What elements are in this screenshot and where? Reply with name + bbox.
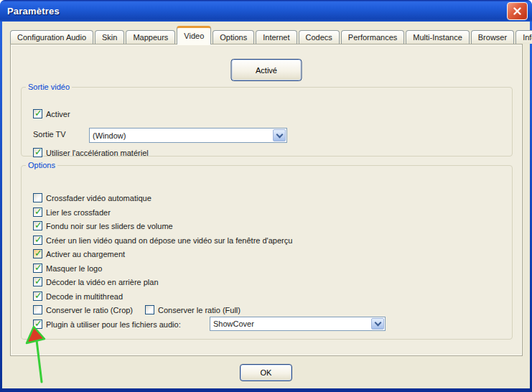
options-groupbox: Options Crossfader vidéo automatique Lie… xyxy=(21,161,513,340)
activer-checkbox[interactable] xyxy=(33,109,42,118)
dialog-body: Configuration Audio Skin Mappeurs Video … xyxy=(2,22,530,388)
ratio-crop-checkbox[interactable] xyxy=(33,305,42,314)
lien-video-row: Créer un lien vidéo quand on dépose une … xyxy=(33,235,505,246)
lier-crossfader-row: Lier les crossfader xyxy=(33,207,505,218)
lier-crossfader-checkbox[interactable] xyxy=(33,207,42,217)
lien-video-checkbox[interactable] xyxy=(33,235,42,245)
fondu-noir-label[interactable]: Fondu noir sur les sliders de volume xyxy=(46,222,173,230)
plugin-audio-selected-value: ShowCover xyxy=(213,319,254,328)
multithread-row: Decode in multithread xyxy=(33,291,505,302)
lier-crossfader-label[interactable]: Lier les crossfader xyxy=(46,208,111,217)
options-group-title: Options xyxy=(26,161,57,169)
lien-video-label[interactable]: Créer un lien vidéo quand on dépose une … xyxy=(46,236,292,245)
ratio-full-checkbox[interactable] xyxy=(145,305,154,314)
sortie-tv-selected-value: (Window) xyxy=(93,131,126,140)
ratio-full-label[interactable]: Conserver le ratio (Full) xyxy=(158,306,241,314)
acceleration-materiel-label[interactable]: Utiliser l'accélération matériel xyxy=(46,149,149,157)
tab-browser[interactable]: Browser xyxy=(471,30,514,44)
ratio-row: Conserver le ratio (Crop) Conserver le r… xyxy=(33,304,505,315)
tab-video[interactable]: Video xyxy=(177,26,211,45)
tab-performances[interactable]: Performances xyxy=(341,30,404,44)
decoder-arriere-plan-label[interactable]: Décoder la vidéo en arrière plan xyxy=(46,278,159,286)
tab-internet[interactable]: Internet xyxy=(256,30,297,44)
ratio-crop-label[interactable]: Conserver le ratio (Crop) xyxy=(46,306,133,314)
sortie-video-group-title: Sortie vidéo xyxy=(26,83,72,91)
chevron-down-icon[interactable] xyxy=(371,318,384,330)
tab-codecs[interactable]: Codecs xyxy=(299,30,340,44)
window-title: Paramètres xyxy=(7,6,507,17)
multithread-checkbox[interactable] xyxy=(33,291,42,301)
settings-window: Paramètres Configuration Audio Skin Mapp… xyxy=(0,0,532,392)
plugin-audio-select[interactable]: ShowCover xyxy=(210,317,386,331)
plugin-audio-row: Plugin à utiliser pour les fichiers audi… xyxy=(33,319,505,330)
masquer-logo-label[interactable]: Masquer le logo xyxy=(46,264,102,273)
acceleration-materiel-checkbox[interactable] xyxy=(33,148,42,157)
fondu-noir-checkbox[interactable] xyxy=(33,221,42,230)
tab-bar: Configuration Audio Skin Mappeurs Video … xyxy=(10,28,532,44)
masquer-logo-checkbox[interactable] xyxy=(33,263,42,273)
video-enabled-toggle-button[interactable]: Activé xyxy=(231,59,302,81)
sortie-tv-select[interactable]: (Window) xyxy=(89,128,287,143)
fondu-noir-row: Fondu noir sur les sliders de volume xyxy=(33,220,505,231)
activer-chargement-row: Activer au chargement xyxy=(33,248,505,259)
sortie-tv-label: Sortie TV xyxy=(33,130,66,139)
close-button[interactable] xyxy=(507,2,528,20)
decoder-arriere-plan-checkbox[interactable] xyxy=(33,277,42,286)
multithread-label[interactable]: Decode in multithread xyxy=(46,292,123,301)
chevron-down-icon[interactable] xyxy=(273,129,286,141)
masquer-logo-row: Masquer le logo xyxy=(33,263,505,274)
tab-infos[interactable]: Infos xyxy=(515,30,532,44)
activer-label[interactable]: Activer xyxy=(46,110,70,118)
video-tab-panel: Activé Sortie vidéo Activer Sortie TV (W… xyxy=(10,44,523,356)
tab-multi-instance[interactable]: Multi-Instance xyxy=(406,30,469,44)
crossfader-auto-checkbox[interactable] xyxy=(33,193,42,202)
plugin-audio-checkbox[interactable] xyxy=(33,319,42,329)
tab-configuration-audio[interactable]: Configuration Audio xyxy=(10,30,93,44)
crossfader-auto-label[interactable]: Crossfader vidéo automatique xyxy=(46,194,151,202)
tab-mappeurs[interactable]: Mappeurs xyxy=(126,30,175,44)
tab-options[interactable]: Options xyxy=(213,30,254,44)
crossfader-auto-row: Crossfader vidéo automatique xyxy=(33,192,505,203)
sortie-video-groupbox: Sortie vidéo Activer Sortie TV (Window) … xyxy=(21,83,513,157)
activer-chargement-label[interactable]: Activer au chargement xyxy=(46,250,125,258)
plugin-audio-label[interactable]: Plugin à utiliser pour les fichiers audi… xyxy=(46,320,181,329)
sortie-tv-row: Sortie TV (Window) xyxy=(33,130,505,141)
close-icon xyxy=(513,7,521,15)
activer-chargement-checkbox[interactable] xyxy=(33,249,42,258)
tab-skin[interactable]: Skin xyxy=(95,30,124,44)
activer-row: Activer xyxy=(33,108,505,119)
ok-button[interactable]: OK xyxy=(240,364,292,381)
acceleration-row: Utiliser l'accélération matériel xyxy=(33,147,505,158)
titlebar: Paramètres xyxy=(0,0,532,22)
decoder-arriere-plan-row: Décoder la vidéo en arrière plan xyxy=(33,276,505,287)
